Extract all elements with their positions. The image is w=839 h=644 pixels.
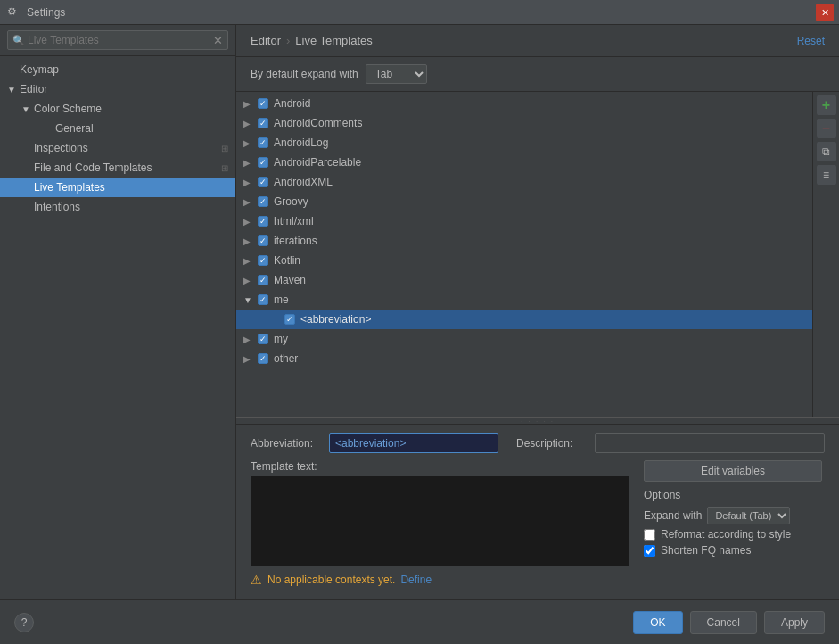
group-checkbox[interactable]: ✓	[256, 155, 270, 169]
sidebar-item-label: File and Code Templates	[34, 161, 152, 174]
group-name: Maven	[274, 274, 306, 286]
sidebar-item-file-code-templates[interactable]: File and Code Templates ⊞	[0, 158, 235, 178]
group-maven[interactable]: ▶ ✓ Maven	[236, 270, 812, 290]
sidebar-item-intentions[interactable]: Intentions	[0, 197, 235, 217]
group-checkbox[interactable]: ✓	[256, 351, 270, 366]
search-clear-icon[interactable]: ✕	[213, 34, 223, 47]
group-name: AndroidXML	[274, 176, 333, 188]
group-name: Kotlin	[274, 254, 300, 267]
sidebar-item-general[interactable]: General	[0, 119, 235, 138]
check-icon: ✓	[258, 275, 268, 285]
group-checkbox[interactable]: ✓	[256, 214, 270, 228]
sidebar-item-label: Live Templates	[34, 181, 105, 194]
reset-link[interactable]: Reset	[797, 35, 825, 47]
cancel-button[interactable]: Cancel	[690, 611, 757, 634]
sidebar-item-editor[interactable]: ▼ Editor	[0, 79, 235, 99]
move-template-button[interactable]: ≡	[817, 165, 836, 185]
check-icon: ✓	[258, 294, 268, 305]
sidebar-item-label: Keymap	[20, 63, 59, 76]
group-androidxml[interactable]: ▶ ✓ AndroidXML	[236, 172, 812, 192]
sidebar-item-live-templates[interactable]: Live Templates	[0, 178, 235, 197]
shorten-checkbox[interactable]	[644, 545, 655, 557]
group-name: AndroidLog	[274, 136, 328, 149]
close-button[interactable]: ✕	[816, 4, 834, 21]
file-templates-icon: ⊞	[221, 163, 228, 173]
group-checkbox[interactable]: ✓	[256, 175, 270, 189]
group-checkbox[interactable]: ✓	[256, 116, 270, 130]
content-area: Editor › Live Templates Reset By default…	[236, 25, 839, 599]
check-icon: ✓	[258, 235, 268, 246]
group-androidcomments[interactable]: ▶ ✓ AndroidComments	[236, 113, 812, 133]
expand-with-select-small[interactable]: Default (Tab) Tab Enter Space	[707, 507, 790, 524]
define-link[interactable]: Define	[400, 574, 432, 586]
expand-with-select[interactable]: Tab Enter Space	[366, 64, 427, 84]
sidebar-item-keymap[interactable]: Keymap	[0, 60, 235, 79]
template-left-panel: Template text: ⚠ No applicable contexts …	[251, 460, 629, 590]
expand-with-label: Expand with	[644, 509, 702, 522]
dialog-footer: ? OK Cancel Apply	[0, 599, 839, 644]
sidebar: 🔍 Live Templates ✕ Keymap ▼ Editor	[0, 25, 236, 599]
sidebar-item-label: General	[55, 122, 94, 135]
sidebar-item-inspections[interactable]: Inspections ⊞	[0, 138, 235, 158]
group-arrow-icon: ▶	[243, 197, 256, 207]
check-icon: ✓	[258, 216, 268, 227]
group-me[interactable]: ▼ ✓ me	[236, 290, 812, 310]
breadcrumb-separator: ›	[286, 34, 290, 47]
group-checkbox[interactable]: ✓	[256, 136, 270, 150]
sidebar-item-color-scheme[interactable]: ▼ Color Scheme	[0, 99, 235, 119]
template-list-area: ▶ ✓ Android ▶ ✓ AndroidComments ▶ ✓ An	[236, 92, 839, 418]
group-my[interactable]: ▶ ✓ my	[236, 329, 812, 349]
group-arrow-icon: ▶	[243, 217, 256, 227]
group-checkbox[interactable]: ✓	[256, 253, 270, 268]
template-text-area[interactable]	[251, 476, 629, 566]
group-iterations[interactable]: ▶ ✓ iterations	[236, 231, 812, 251]
group-checkbox[interactable]: ✓	[256, 96, 270, 111]
group-checkbox[interactable]: ✓	[256, 273, 270, 287]
copy-template-button[interactable]: ⧉	[817, 142, 836, 161]
group-checkbox[interactable]: ✓	[256, 194, 270, 209]
group-androidlog[interactable]: ▶ ✓ AndroidLog	[236, 133, 812, 153]
settings-icon: ⚙	[7, 5, 21, 20]
search-icon: 🔍	[12, 35, 25, 46]
abbreviation-label: Abbreviation:	[251, 437, 322, 450]
edit-variables-button[interactable]: Edit variables	[644, 460, 822, 482]
group-android[interactable]: ▶ ✓ Android	[236, 94, 812, 113]
search-wrap: 🔍 Live Templates ✕	[7, 30, 228, 50]
template-text-label: Template text:	[251, 460, 629, 473]
check-icon: ✓	[258, 255, 268, 266]
remove-template-button[interactable]: −	[817, 119, 836, 138]
group-arrow-icon: ▼	[243, 295, 256, 305]
expand-bar: By default expand with Tab Enter Space	[236, 57, 839, 92]
group-other[interactable]: ▶ ✓ other	[236, 349, 812, 368]
help-button[interactable]: ?	[14, 613, 34, 632]
description-input[interactable]	[595, 433, 825, 453]
group-arrow-icon: ▶	[243, 334, 256, 344]
group-name: my	[274, 333, 288, 345]
shorten-label: Shorten FQ names	[661, 544, 751, 557]
group-checkbox[interactable]: ✓	[256, 234, 270, 248]
apply-button[interactable]: Apply	[764, 611, 825, 634]
inspections-icon: ⊞	[221, 144, 228, 153]
breadcrumb-current: Live Templates	[295, 34, 372, 47]
group-kotlin[interactable]: ▶ ✓ Kotlin	[236, 251, 812, 270]
group-checkbox[interactable]: ✓	[256, 293, 270, 307]
group-arrow-icon: ▶	[243, 276, 256, 285]
ok-button[interactable]: OK	[633, 611, 682, 634]
reformat-checkbox[interactable]	[644, 529, 655, 541]
item-checkbox[interactable]: ✓	[283, 312, 297, 326]
abbreviation-input[interactable]	[329, 433, 498, 453]
expand-label: By default expand with	[251, 68, 358, 80]
group-htmlxml[interactable]: ▶ ✓ html/xml	[236, 211, 812, 231]
template-right-panel: Edit variables Options Expand with Defau…	[644, 460, 822, 590]
details-panel: Abbreviation: Description: Template text…	[236, 424, 839, 599]
sidebar-tree: Keymap ▼ Editor ▼ Color Scheme General	[0, 56, 235, 599]
dialog-body: 🔍 Live Templates ✕ Keymap ▼ Editor	[0, 25, 839, 599]
check-icon: ✓	[258, 196, 268, 207]
group-groovy[interactable]: ▶ ✓ Groovy	[236, 192, 812, 211]
group-checkbox[interactable]: ✓	[256, 332, 270, 346]
add-template-button[interactable]: +	[817, 95, 836, 115]
template-item-abbreviation[interactable]: ✓ <abbreviation>	[236, 310, 812, 329]
search-input[interactable]: Live Templates	[7, 30, 228, 50]
group-androidparcelable[interactable]: ▶ ✓ AndroidParcelable	[236, 153, 812, 172]
options-section: Options Expand with Default (Tab) Tab En…	[644, 489, 822, 560]
